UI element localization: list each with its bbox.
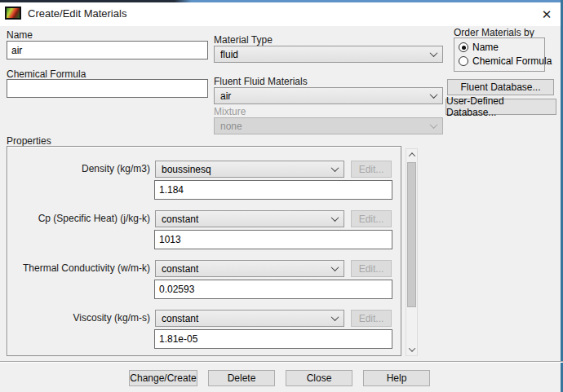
cp-label: Cp (Specific Heat) (j/kg-k) bbox=[7, 213, 150, 224]
cp-method-value: constant bbox=[162, 214, 198, 225]
change-create-button[interactable]: Change/Create bbox=[129, 370, 197, 386]
user-defined-database-button[interactable]: User-Defined Database... bbox=[446, 99, 556, 115]
fluent-fluid-materials-value: air bbox=[220, 90, 231, 102]
density-method-value: boussinesq bbox=[162, 164, 211, 175]
chevron-down-icon bbox=[430, 121, 438, 129]
order-by-chemical-formula-label: Chemical Formula bbox=[472, 55, 552, 67]
chemical-formula-label: Chemical Formula bbox=[7, 68, 86, 80]
thermal-conductivity-label: Thermal Conductivity (w/m-k) bbox=[7, 262, 150, 274]
help-button[interactable]: Help bbox=[363, 370, 430, 386]
mixture-dropdown: none bbox=[214, 117, 443, 134]
cp-value-input[interactable] bbox=[154, 230, 392, 249]
name-label: Name bbox=[7, 29, 33, 41]
cp-edit-button: Edit... bbox=[351, 210, 392, 227]
properties-label: Properties bbox=[7, 135, 51, 147]
order-by-name-label: Name bbox=[472, 42, 499, 53]
mixture-label: Mixture bbox=[214, 106, 246, 117]
thermal-conductivity-method-dropdown[interactable]: constant bbox=[155, 260, 344, 277]
scroll-down-icon[interactable] bbox=[406, 344, 417, 355]
thermal-conductivity-value-input[interactable] bbox=[154, 280, 392, 299]
order-by-chemical-formula-option[interactable]: Chemical Formula bbox=[459, 55, 552, 67]
chemical-formula-input[interactable] bbox=[7, 79, 208, 98]
close-icon[interactable]: ✕ bbox=[536, 5, 557, 24]
thermal-conductivity-method-value: constant bbox=[162, 263, 198, 275]
name-input[interactable] bbox=[7, 41, 208, 59]
scrollbar-thumb[interactable] bbox=[407, 162, 416, 307]
chevron-down-icon bbox=[331, 164, 339, 172]
density-label: Density (kg/m3) bbox=[7, 163, 150, 174]
material-type-label: Material Type bbox=[214, 34, 273, 46]
chevron-down-icon bbox=[331, 263, 339, 271]
material-type-dropdown[interactable]: fluid bbox=[214, 46, 443, 63]
density-edit-button: Edit... bbox=[351, 161, 392, 178]
scroll-up-icon[interactable] bbox=[406, 149, 417, 161]
viscosity-value-input[interactable] bbox=[154, 329, 392, 349]
cp-method-dropdown[interactable]: constant bbox=[155, 210, 344, 227]
properties-scrollbar[interactable] bbox=[406, 148, 418, 356]
viscosity-method-value: constant bbox=[162, 313, 198, 324]
material-type-value: fluid bbox=[220, 49, 238, 60]
fluent-fluid-materials-dropdown[interactable]: air bbox=[214, 87, 443, 104]
chevron-down-icon bbox=[430, 90, 438, 99]
viscosity-label: Viscosity (kg/m-s) bbox=[7, 312, 150, 324]
title-bar: Create/Edit Materials ✕ bbox=[0, 2, 561, 26]
order-materials-by-label: Order Materials by bbox=[454, 27, 534, 38]
fluent-fluid-materials-label: Fluent Fluid Materials bbox=[214, 76, 308, 87]
radio-unselected-icon[interactable] bbox=[459, 56, 468, 66]
radio-selected-icon[interactable] bbox=[459, 42, 468, 52]
window-title: Create/Edit Materials bbox=[28, 7, 126, 20]
viscosity-edit-button: Edit... bbox=[351, 310, 392, 327]
create-edit-materials-dialog: Create/Edit Materials ✕ Name Chemical Fo… bbox=[0, 0, 563, 392]
properties-group: Density (kg/m3) boussinesq Edit... Cp (S… bbox=[7, 146, 401, 356]
chevron-down-icon bbox=[331, 214, 339, 222]
chevron-down-icon bbox=[331, 313, 339, 321]
delete-button[interactable]: Delete bbox=[208, 370, 275, 386]
footer-divider bbox=[0, 361, 563, 363]
thermal-conductivity-edit-button: Edit... bbox=[351, 260, 392, 277]
order-by-name-option[interactable]: Name bbox=[459, 42, 499, 53]
fluent-database-button[interactable]: Fluent Database... bbox=[447, 79, 554, 95]
viscosity-method-dropdown[interactable]: constant bbox=[155, 310, 344, 327]
fluent-logo-icon bbox=[5, 7, 21, 20]
mixture-value: none bbox=[220, 121, 242, 132]
density-value-input[interactable] bbox=[154, 180, 392, 200]
density-method-dropdown[interactable]: boussinesq bbox=[155, 161, 344, 178]
chevron-down-icon bbox=[430, 49, 438, 57]
close-button[interactable]: Close bbox=[286, 370, 352, 386]
